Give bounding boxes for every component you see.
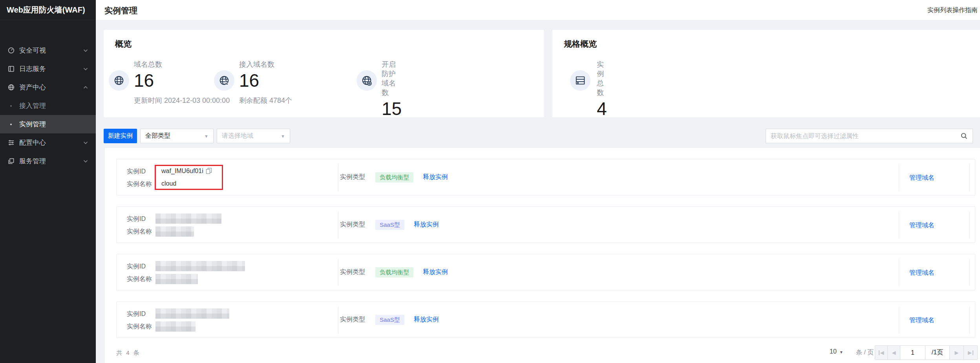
release-instance-link[interactable]: 释放实例	[423, 173, 448, 181]
divider	[899, 212, 899, 239]
release-instance-link[interactable]: 释放实例	[414, 221, 439, 229]
redacted-instance-name	[155, 274, 198, 284]
divider	[338, 164, 338, 191]
dropdown-arrow-icon: ▼	[281, 134, 285, 139]
type-filter-value: 全部类型	[145, 132, 170, 140]
topbar: 实例管理 实例列表操作指南	[96, 0, 980, 20]
page-size-value: 10	[830, 348, 837, 355]
prev-page-button[interactable]: ◀	[887, 346, 900, 359]
search-icon[interactable]	[960, 132, 968, 140]
last-page-button[interactable]: ▶	[964, 346, 977, 359]
stat-value: 15	[382, 99, 402, 119]
instance-name-label: 实例名称	[127, 180, 152, 188]
spec-card-title: 规格概览	[564, 38, 597, 49]
globe-access-icon	[214, 70, 234, 91]
sidebar-item-label: 安全可视	[19, 46, 46, 55]
divider	[338, 259, 338, 286]
sidebar-item-asset-center[interactable]: 资产中心	[0, 78, 96, 97]
pagination: ◀ ◀ /1页 ▶ ▶	[875, 345, 978, 360]
divider	[969, 164, 970, 191]
sidebar-nav: 安全可视 日志服务 资产中心 接入管理 实例管理	[0, 41, 96, 170]
instance-type-label: 实例类型	[340, 316, 365, 324]
instance-type-label: 实例类型	[340, 221, 365, 229]
manage-domains-link[interactable]: 管理域名	[909, 221, 934, 230]
stat-label: 接入域名数	[239, 60, 292, 69]
stat-subtext: 更新时间 2024-12-03 00:00:00	[134, 96, 230, 105]
release-instance-link[interactable]: 释放实例	[423, 268, 448, 276]
divider	[338, 306, 338, 334]
type-badge: 负载均衡型	[375, 267, 413, 277]
page-size-unit: 条 / 页	[856, 348, 874, 357]
stat-value: 4	[597, 99, 607, 119]
type-badge: SaaS型	[375, 315, 404, 325]
total-count: 共 4 条	[116, 349, 141, 357]
waf-console: Web应用防火墙(WAF) 安全可视 日志服务 资产中心 接入管理	[0, 0, 980, 363]
divider	[969, 306, 970, 334]
filter-search-box	[766, 129, 973, 143]
divider	[969, 259, 970, 286]
sidebar-item-label: 配置中心	[19, 138, 46, 147]
chevron-down-icon	[83, 160, 88, 163]
sidebar-item-config-center[interactable]: 配置中心	[0, 133, 96, 152]
page-number-input[interactable]	[900, 346, 925, 359]
region-filter-placeholder: 请选择地域	[222, 132, 253, 140]
stat-subtext: 剩余配额 4784个	[239, 96, 292, 105]
chevron-up-icon	[83, 86, 88, 89]
stack-icon	[7, 157, 15, 165]
sidebar-item-service-management[interactable]: 服务管理	[0, 152, 96, 170]
manage-domains-link[interactable]: 管理域名	[909, 316, 934, 325]
dropdown-arrow-icon: ▼	[839, 350, 843, 354]
instance-row: 实例ID 实例名称 实例类型 负载均衡型 释放实例 管理域名	[116, 254, 975, 290]
instance-id-label: 实例ID	[127, 215, 146, 223]
type-badge: SaaS型	[375, 220, 404, 230]
redacted-instance-name	[155, 321, 196, 332]
sidebar-item-label: 实例管理	[19, 120, 46, 129]
divider	[338, 212, 338, 239]
redacted-instance-name	[155, 226, 194, 237]
region-filter-select[interactable]: 请选择地域 ▼	[217, 129, 290, 143]
sidebar-item-access-management[interactable]: 接入管理	[0, 97, 96, 115]
sliders-icon	[7, 139, 15, 146]
new-instance-button[interactable]: 新建实例	[104, 129, 137, 143]
instance-name-label: 实例名称	[127, 228, 152, 236]
instance-name-label: 实例名称	[127, 275, 152, 283]
divider	[899, 164, 899, 191]
type-filter-select[interactable]: 全部类型 ▼	[140, 129, 214, 143]
log-icon	[7, 65, 15, 73]
redacted-instance-id	[155, 213, 221, 224]
chevron-down-icon	[83, 141, 88, 144]
sidebar-item-security-visibility[interactable]: 安全可视	[0, 41, 96, 60]
chevron-down-icon	[83, 49, 88, 52]
server-icon	[570, 70, 591, 91]
sidebar-item-log-service[interactable]: 日志服务	[0, 60, 96, 78]
instance-row: 实例ID 实例名称 实例类型 SaaS型 释放实例 管理域名	[116, 206, 975, 243]
instance-id-label: 实例ID	[127, 310, 146, 318]
manage-domains-link[interactable]: 管理域名	[909, 174, 934, 182]
type-badge: 负载均衡型	[375, 172, 413, 182]
globe-icon	[109, 70, 129, 91]
chevron-down-icon	[83, 67, 88, 71]
page-input-wrap	[900, 346, 925, 359]
first-page-button[interactable]: ◀	[875, 346, 887, 359]
spec-card: 规格概览 实例总数 4	[552, 30, 980, 117]
overview-card: 概览 域名总数 16 更新时间 2024-12-03 00:00:00 接入域名…	[104, 30, 544, 117]
copy-icon[interactable]	[206, 168, 212, 176]
redacted-instance-id	[155, 261, 245, 271]
release-instance-link[interactable]: 释放实例	[414, 316, 439, 324]
sidebar-item-instance-management[interactable]: 实例管理	[0, 115, 96, 133]
sidebar-item-label: 资产中心	[19, 83, 46, 92]
instance-list-panel: 实例ID 实例名称 waf_IMU6uf01i cloud 实例类型 负载均衡型…	[105, 148, 980, 363]
next-page-button[interactable]: ▶	[949, 346, 964, 359]
divider	[899, 306, 899, 334]
page-size-select[interactable]: 10 ▼	[830, 348, 843, 355]
instance-id-value: waf_IMU6uf01i	[161, 168, 212, 176]
manage-domains-link[interactable]: 管理域名	[909, 269, 934, 277]
instance-row: 实例ID 实例名称 实例类型 SaaS型 释放实例 管理域名	[116, 301, 975, 338]
instance-name-label: 实例名称	[127, 323, 152, 331]
search-input[interactable]	[771, 133, 960, 140]
gauge-icon	[7, 47, 15, 54]
dropdown-arrow-icon: ▼	[204, 134, 208, 139]
instance-id-label: 实例ID	[127, 168, 146, 176]
instance-guide-link[interactable]: 实例列表操作指南	[927, 6, 978, 15]
divider	[899, 259, 899, 286]
